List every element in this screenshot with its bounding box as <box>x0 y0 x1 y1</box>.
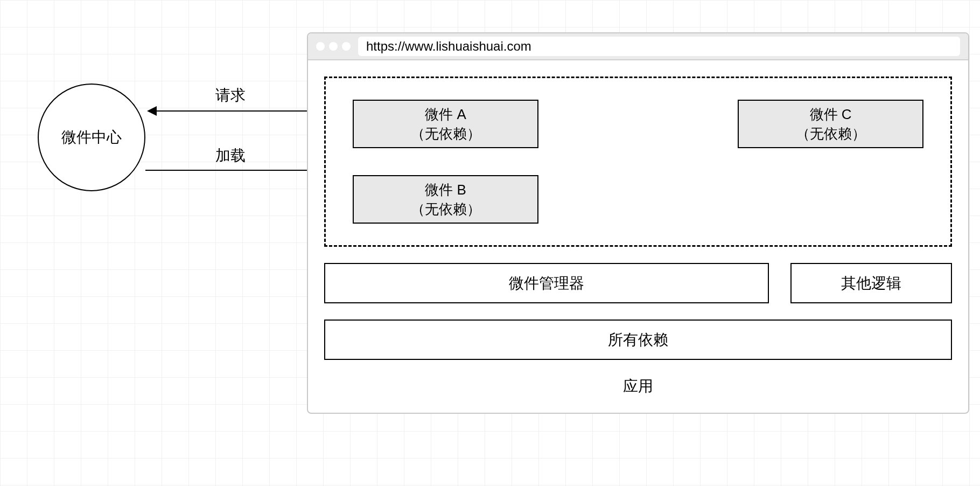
browser-body: 微件 A （无依赖） 微件 B （无依赖） 微件 C <box>308 60 968 413</box>
widget-b-subtitle: （无依赖） <box>411 199 481 219</box>
browser-titlebar: https://www.lishuaishuai.com <box>308 33 968 60</box>
arrow-request-label: 请求 <box>215 85 246 106</box>
widget-a-subtitle: （无依赖） <box>411 124 481 143</box>
all-deps-box: 所有依赖 <box>324 320 952 360</box>
widget-c-subtitle: （无依赖） <box>796 124 866 143</box>
widget-manager-box: 微件管理器 <box>324 263 769 303</box>
widget-center-label: 微件中心 <box>61 127 122 148</box>
arrow-request <box>148 110 323 112</box>
widgets-container: 微件 A （无依赖） 微件 B （无依赖） 微件 C <box>324 77 952 247</box>
widget-center-node: 微件中心 <box>38 84 145 191</box>
widget-manager-label: 微件管理器 <box>509 273 584 294</box>
widget-b-box: 微件 B （无依赖） <box>353 175 538 224</box>
browser-url-text: https://www.lishuaishuai.com <box>366 39 531 54</box>
widget-c-box: 微件 C （无依赖） <box>738 100 923 148</box>
all-deps-label: 所有依赖 <box>608 330 668 350</box>
other-logic-label: 其他逻辑 <box>841 273 901 294</box>
browser-window: https://www.lishuaishuai.com 微件 A （无依赖） … <box>307 32 969 414</box>
diagram-canvas: 微件中心 请求 加载 https://www.lishuaishuai.com <box>0 0 980 486</box>
browser-dot-minimize <box>329 42 338 51</box>
browser-dot-maximize <box>342 42 351 51</box>
widget-c-title: 微件 C <box>796 105 866 124</box>
widget-b-title: 微件 B <box>411 180 481 199</box>
browser-window-controls <box>316 42 351 51</box>
widgets-right-column: 微件 C （无依赖） <box>738 100 923 224</box>
other-logic-box: 其他逻辑 <box>790 263 952 303</box>
arrow-load-label: 加载 <box>215 145 246 166</box>
widget-a-title: 微件 A <box>411 105 481 124</box>
widgets-left-column: 微件 A （无依赖） 微件 B （无依赖） <box>353 100 538 224</box>
widget-a-box: 微件 A （无依赖） <box>353 100 538 148</box>
browser-address-bar: https://www.lishuaishuai.com <box>358 37 960 56</box>
arrow-load <box>145 170 323 171</box>
middle-row: 微件管理器 其他逻辑 <box>324 263 952 303</box>
app-label: 应用 <box>324 376 952 407</box>
browser-dot-close <box>316 42 325 51</box>
